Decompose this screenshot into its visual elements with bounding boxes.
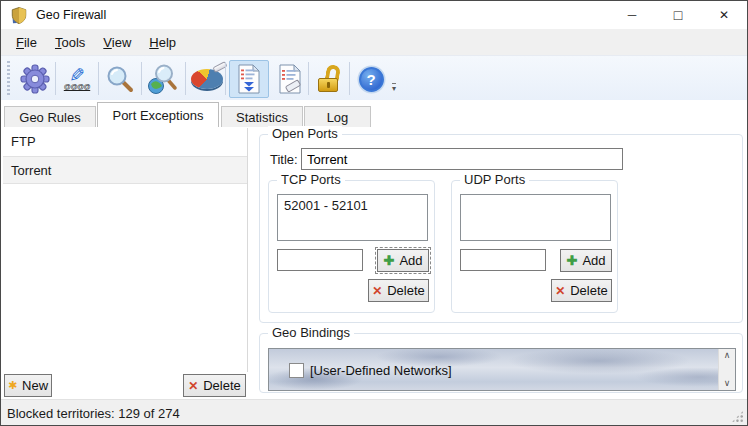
new-button[interactable]: ✱ New [4, 374, 52, 397]
new-icon: ✱ [8, 379, 17, 392]
tab-log[interactable]: Log [304, 106, 371, 127]
udp-add-label: Add [582, 253, 605, 268]
delete-icon: ✕ [188, 379, 198, 393]
open-ports-group: Open Ports Title: TCP Ports 52001 - 5210… [259, 134, 743, 323]
list-item-ftp[interactable]: FTP [3, 128, 247, 156]
toolbar-separator [185, 62, 186, 95]
toolbar-grip[interactable] [7, 61, 10, 95]
toolbar-separator [349, 62, 350, 95]
search-icon [105, 64, 135, 94]
close-button[interactable]: ✕ [701, 1, 747, 29]
scroll-down-icon[interactable]: ∨ [719, 377, 735, 390]
user-defined-networks-checkbox[interactable] [289, 363, 304, 378]
menu-bar: File Tools View Help [1, 29, 747, 55]
tcp-port-item[interactable]: 52001 - 52101 [284, 198, 421, 213]
minimize-button[interactable]: ─ [609, 1, 655, 29]
unlock-button[interactable] [311, 60, 349, 98]
delete-x-icon: ✕ [555, 284, 565, 298]
toolbar-separator [308, 62, 309, 95]
new-label: New [22, 378, 48, 393]
add-plus-icon: ✚ [383, 253, 394, 268]
geo-search-button[interactable] [144, 60, 182, 98]
udp-ports-group: UDP Ports ✚ Add ✕ Delete [451, 180, 618, 313]
app-window: Geo Firewall ─ □ ✕ File Tools View Help [0, 0, 748, 426]
toolbar-separator [55, 62, 56, 95]
udp-ports-legend: UDP Ports [460, 172, 529, 187]
toolbar-separator [225, 62, 226, 95]
vertical-scrollbar[interactable]: ∧ ∨ [718, 349, 735, 390]
statistics-button[interactable] [188, 60, 226, 98]
log-button[interactable] [271, 60, 309, 98]
window-title: Geo Firewall [36, 8, 106, 22]
tab-strip: Geo Rules Port Exceptions Statistics Log [1, 100, 747, 127]
toolbar-separator [141, 62, 142, 95]
delete-exception-button[interactable]: ✕ Delete [183, 374, 246, 397]
menu-view[interactable]: View [94, 32, 140, 53]
tab-port-exceptions[interactable]: Port Exceptions [97, 102, 219, 127]
udp-delete-button[interactable]: ✕ Delete [551, 279, 612, 302]
tab-geo-rules[interactable]: Geo Rules [4, 106, 96, 127]
exceptions-list: FTP Torrent [3, 128, 248, 372]
tcp-add-button[interactable]: ✚ Add [377, 249, 429, 272]
geo-bindings-list[interactable]: [User-Defined Networks] ∧ ∨ [268, 348, 736, 391]
unlock-icon [315, 64, 345, 94]
toolbar-overflow-icon[interactable]: ▾ [392, 83, 396, 93]
menu-tools[interactable]: Tools [46, 32, 94, 53]
tcp-delete-label: Delete [387, 283, 425, 298]
geo-bindings-legend: Geo Bindings [268, 325, 354, 340]
pencil-icon: ✎ [69, 69, 85, 83]
tcp-delete-button[interactable]: ✕ Delete [368, 279, 429, 302]
udp-port-list[interactable] [460, 194, 611, 241]
udp-add-button[interactable]: ✚ Add [560, 249, 612, 272]
title-bar: Geo Firewall ─ □ ✕ [1, 1, 747, 29]
geo-bindings-group: Geo Bindings [User-Defined Networks] ∧ ∨ [259, 333, 743, 393]
log-doc-icon [278, 64, 302, 94]
open-ports-legend: Open Ports [268, 126, 342, 141]
menu-help[interactable]: Help [140, 32, 185, 53]
udp-delete-label: Delete [570, 283, 608, 298]
delete-x-icon: ✕ [372, 284, 382, 298]
resize-grip[interactable] [731, 410, 744, 423]
title-input[interactable] [301, 148, 623, 170]
help-button[interactable]: ? [352, 60, 390, 98]
edit-rules-button[interactable]: ✎ @@@@ [58, 60, 96, 98]
globe-search-icon [147, 63, 179, 95]
gear-icon [18, 62, 52, 96]
app-shield-icon [10, 6, 28, 24]
tcp-add-label: Add [399, 253, 422, 268]
geo-binding-item[interactable]: [User-Defined Networks] [289, 363, 452, 378]
toolbar: ✎ @@@@ [1, 55, 747, 100]
tcp-ports-legend: TCP Ports [277, 172, 345, 187]
pie-chart-icon [191, 69, 223, 89]
add-plus-icon: ✚ [566, 253, 577, 268]
tcp-ports-group: TCP Ports 52001 - 52101 ✚ Add ✕ Delete [268, 180, 435, 313]
user-defined-networks-label: [User-Defined Networks] [310, 363, 452, 378]
search-button[interactable] [101, 60, 139, 98]
port-exceptions-icon [237, 64, 261, 94]
status-text: Blocked territories: 129 of 274 [7, 406, 180, 421]
settings-button[interactable] [16, 60, 54, 98]
tcp-port-list[interactable]: 52001 - 52101 [277, 194, 428, 241]
tab-statistics[interactable]: Statistics [221, 106, 303, 127]
maximize-button[interactable]: □ [655, 1, 701, 29]
title-label: Title: [270, 152, 298, 167]
scroll-up-icon[interactable]: ∧ [719, 349, 735, 362]
list-item-torrent[interactable]: Torrent [3, 156, 247, 184]
status-bar: Blocked territories: 129 of 274 [1, 399, 747, 426]
toolbar-separator [98, 62, 99, 95]
tcp-port-input[interactable] [277, 249, 363, 271]
menu-file[interactable]: File [7, 32, 46, 53]
help-icon: ? [359, 67, 384, 92]
port-exceptions-button[interactable] [229, 60, 269, 98]
udp-port-input[interactable] [460, 249, 546, 271]
delete-label: Delete [203, 378, 241, 393]
